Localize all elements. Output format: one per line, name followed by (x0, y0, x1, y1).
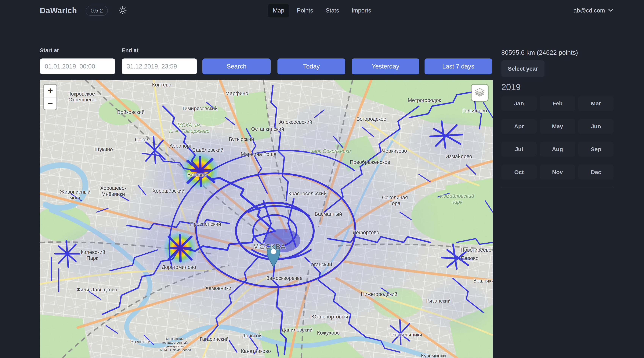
map-label: Хорошёво- Мнёвники (100, 185, 126, 197)
app-logo[interactable]: DaWarIch (40, 6, 77, 15)
map-label: Раменки (130, 339, 151, 345)
layers-icon (474, 87, 485, 98)
map-label: Сокол (135, 137, 150, 143)
months-grid: Jan Feb Mar Apr May Jun Jul Aug Sep Oct … (501, 96, 614, 179)
right-sidebar: 80595.6 km (24622 points) Select year 20… (501, 21, 614, 358)
map-label: Таганский (308, 262, 332, 268)
map-label: Лефортово (353, 230, 380, 236)
month-button-may[interactable]: May (540, 119, 575, 134)
map-label: Нижегородский (361, 291, 398, 297)
zoom-out-button[interactable]: − (44, 97, 56, 110)
map-labels: Покровское- СтрешневоКоптевоМарфиноТимир… (40, 80, 493, 358)
map-label: Рязанский (426, 298, 451, 304)
map-label: Савёловский (192, 147, 224, 153)
select-year-button[interactable]: Select year (501, 60, 544, 77)
map-label: МСХА им. К. А. Тимирязево (169, 122, 210, 134)
nav-tab-stats[interactable]: Stats (321, 4, 344, 17)
map-label: Коптево (152, 82, 171, 88)
month-button-aug[interactable]: Aug (540, 142, 575, 157)
month-button-jan[interactable]: Jan (501, 96, 537, 111)
map-label: Марьина Роща (241, 152, 276, 158)
sidebar-divider (501, 187, 614, 187)
map-label: парк Сокольники (310, 149, 351, 154)
map-label: Донской (242, 333, 262, 339)
map-label: Богородское (356, 116, 386, 122)
map-label: Марфино (226, 91, 248, 97)
map-label: Метрогородок (408, 98, 441, 104)
map-label: МОСКВА (253, 243, 286, 251)
map-label: Перово (461, 256, 478, 261)
account-email: ab@cd.com (574, 7, 605, 14)
nav-tab-points[interactable]: Points (292, 4, 318, 17)
month-button-oct[interactable]: Oct (501, 165, 537, 179)
today-button[interactable]: Today (278, 58, 345, 74)
theme-toggle-button[interactable] (118, 6, 127, 15)
map-label: Алексеевский (279, 119, 312, 125)
filters-toolbar: Start at End at Search Today Yesterday L… (40, 47, 493, 74)
map-label: Беговой (188, 172, 206, 178)
yesterday-button[interactable]: Yesterday (352, 58, 419, 74)
year-heading: 2019 (501, 82, 614, 92)
map-label: Бутырский (229, 137, 254, 143)
map-label: Южнопортовый (311, 314, 348, 320)
map-label: Замоскворечье (266, 275, 303, 281)
map-label: Красносельский (288, 191, 326, 196)
end-at-field: End at (122, 47, 197, 74)
app-header: DaWarIch 0.5.2 Map Points Stats Imports … (0, 0, 644, 21)
month-button-nov[interactable]: Nov (540, 165, 575, 179)
map-label: Вешняки (473, 278, 493, 284)
account-menu[interactable]: ab@cd.com (574, 7, 614, 14)
map-label: Войковский (117, 110, 144, 115)
search-button[interactable]: Search (202, 58, 271, 74)
last-7-days-button[interactable]: Last 7 days (424, 58, 492, 74)
end-at-label: End at (122, 47, 197, 53)
map-label: Измайловский парк (440, 193, 474, 205)
map-label: Соколиная Гора (382, 195, 408, 206)
map-label: Аэропорт (170, 143, 192, 149)
end-at-input[interactable] (122, 58, 197, 74)
month-button-apr[interactable]: Apr (501, 119, 537, 134)
start-at-input[interactable] (40, 58, 115, 74)
nav-tab-imports[interactable]: Imports (347, 4, 376, 17)
map-label: Покровское- Стрешнево (67, 91, 97, 103)
main-content: Start at End at Search Today Yesterday L… (0, 21, 644, 358)
distance-stats: 80595.6 km (24622 points) (501, 49, 614, 56)
map-label: Преображенское (350, 159, 390, 165)
month-button-feb[interactable]: Feb (540, 96, 575, 111)
map-label: Пресненский (190, 221, 221, 227)
map-zoom-control: + − (44, 85, 56, 110)
map-label: Новогиреево (460, 247, 492, 253)
map-label: Даниловский (282, 327, 313, 333)
month-button-jul[interactable]: Jul (501, 142, 537, 157)
zoom-in-button[interactable]: + (44, 85, 56, 97)
map-label: Живописный мост (60, 189, 90, 201)
map-canvas[interactable]: Покровское- СтрешневоКоптевоМарфиноТимир… (40, 80, 493, 358)
map-label: Хамовники (205, 285, 232, 291)
map-label: Кожухово (317, 330, 340, 336)
nav-tab-map[interactable]: Map (268, 4, 289, 17)
sun-icon (118, 6, 127, 15)
month-button-jun[interactable]: Jun (578, 119, 614, 134)
map-label: Басманный (314, 211, 342, 217)
map-layers-button[interactable] (472, 85, 488, 101)
version-badge: 0.5.2 (86, 6, 108, 16)
month-button-mar[interactable]: Mar (578, 96, 614, 111)
map-column: Start at End at Search Today Yesterday L… (40, 21, 493, 358)
map-label: Измайлово (446, 154, 472, 160)
map-label: Щукино (94, 147, 113, 153)
map-label: Черкизово (382, 148, 407, 154)
map-label: Текстильщики (388, 332, 422, 338)
map-label: Гольяново (462, 108, 487, 114)
start-at-label: Start at (40, 47, 115, 53)
main-nav: Map Points Stats Imports (268, 4, 376, 17)
chevron-down-icon (608, 8, 614, 13)
month-button-dec[interactable]: Dec (578, 165, 614, 179)
map-label: Тимирязевский (182, 106, 218, 112)
month-button-sep[interactable]: Sep (578, 142, 614, 157)
map-label: Кузьминки (421, 353, 446, 358)
map-label: Канатчиково (241, 349, 271, 355)
map-label: Дорогомилово (162, 265, 196, 270)
map-label: Останкинский (251, 126, 284, 132)
map-label: Московский государственный университет и… (158, 337, 191, 352)
start-at-field: Start at (40, 47, 115, 74)
